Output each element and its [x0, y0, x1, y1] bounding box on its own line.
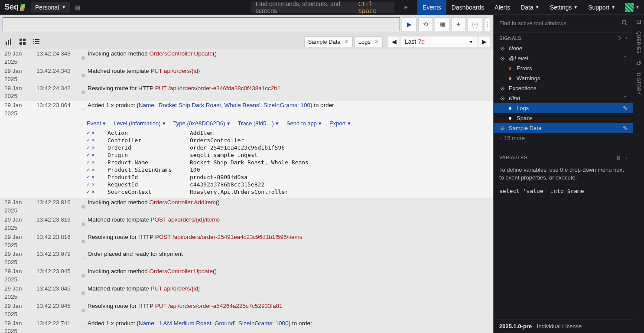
check-icon[interactable]: ✓: [87, 159, 90, 166]
x-icon[interactable]: ✕: [91, 174, 94, 180]
event-menu-item[interactable]: Export▾: [329, 120, 351, 127]
history-tab[interactable]: HISTORY: [636, 73, 641, 95]
check-icon[interactable]: ✓: [87, 174, 90, 180]
refresh-button[interactable]: ⟲: [418, 17, 433, 31]
ai-button[interactable]: ✦: [451, 17, 466, 31]
chevron-right-icon[interactable]: ›: [626, 155, 628, 160]
event-row[interactable]: 29 Jan 202513:42:23.079Order placed and …: [0, 250, 493, 267]
check-icon[interactable]: ✓: [87, 189, 90, 195]
nav-dashboards[interactable]: Dashboards: [446, 0, 490, 15]
nav-alerts[interactable]: Alerts: [489, 0, 515, 15]
more-menu-button[interactable]: ⋮: [484, 17, 490, 31]
x-icon[interactable]: ✕: [91, 144, 94, 151]
nav-support[interactable]: Support▼: [583, 0, 621, 15]
signal-item[interactable]: Spans: [494, 113, 633, 123]
event-row[interactable]: 29 Jan 202513:42:23.045Resolving route f…: [0, 302, 493, 319]
chip-remove-icon[interactable]: ✕: [374, 39, 379, 45]
x-icon[interactable]: ✕: [91, 130, 94, 136]
chevron-right-icon[interactable]: ›: [626, 35, 628, 41]
event-message: Added 1 x product {Name: '1 AM Medium Ro…: [88, 320, 488, 333]
event-date: 29 Jan 2025: [4, 233, 36, 250]
event-row[interactable]: 29 Jan 202513:42:23.864Added 1 x product…: [0, 101, 493, 118]
save-icon[interactable]: ▦: [75, 4, 80, 11]
trash-icon[interactable]: 🗑: [616, 155, 621, 160]
range-selector[interactable]: Last 7d ▼: [400, 36, 478, 47]
check-icon[interactable]: ✓: [87, 137, 90, 144]
signal-item[interactable]: ⊙Sample Data✎: [494, 123, 633, 133]
check-icon[interactable]: ✓: [87, 181, 90, 188]
nav-data[interactable]: Data▼: [515, 0, 544, 15]
bar-chart-icon[interactable]: [3, 36, 15, 48]
signal-item[interactable]: ⊙@Level⌃: [494, 53, 633, 63]
event-menu-item[interactable]: Send to app▾: [286, 120, 322, 127]
history-icon[interactable]: ↺: [636, 60, 641, 67]
event-menu-item[interactable]: Level (Information)▾: [114, 120, 165, 127]
nav-events[interactable]: Events: [417, 0, 446, 15]
event-menu-item[interactable]: Type (0xA8DC62D6)▾: [173, 120, 230, 127]
queries-tab[interactable]: QUERIES: [636, 31, 641, 54]
logo[interactable]: Seq: [4, 3, 25, 12]
nav-settings[interactable]: Settings▼: [545, 0, 583, 15]
command-search-kbd: Ctrl Space: [358, 0, 390, 14]
check-icon[interactable]: ✓: [87, 166, 90, 173]
event-row[interactable]: 29 Jan 202513:42:23.045Invoking action m…: [0, 267, 493, 284]
filter-chip[interactable]: Sample Data✕: [304, 36, 353, 47]
check-icon[interactable]: ✓: [87, 144, 90, 151]
event-time: 13:42:23.864: [36, 101, 79, 118]
edit-icon[interactable]: ✎: [623, 125, 628, 131]
add-signal-icon[interactable]: ⊕: [617, 35, 621, 41]
edit-icon[interactable]: ✎: [623, 105, 628, 111]
x-icon[interactable]: ✕: [91, 181, 94, 188]
event-menu-item[interactable]: Event▾: [87, 120, 106, 127]
event-menu-item[interactable]: Trace (8fd5…)▾: [238, 120, 279, 127]
signal-item[interactable]: Warnings: [494, 73, 633, 83]
list-icon[interactable]: [30, 36, 42, 48]
x-icon[interactable]: ✕: [91, 137, 94, 144]
event-message: Resolving route for HTTP POST /api/order…: [88, 233, 488, 250]
x-icon[interactable]: ✕: [91, 166, 94, 173]
range-next-button[interactable]: ▶: [478, 36, 490, 47]
x-icon[interactable]: ✕: [91, 159, 94, 166]
event-level-dot: [79, 50, 88, 66]
event-row[interactable]: 29 Jan 202513:42:23.816Invoking action m…: [0, 198, 493, 215]
theme-toggle-icon[interactable]: ☀: [403, 4, 409, 11]
signal-item[interactable]: ⊙Exceptions: [494, 83, 633, 93]
chevron-down-icon: ▾: [227, 120, 230, 127]
event-row[interactable]: 29 Jan 202513:42:23.045Matched route tem…: [0, 284, 493, 302]
check-icon[interactable]: ✓: [87, 152, 90, 158]
grid-toggle-button[interactable]: ▦: [435, 17, 449, 31]
event-message: Invoking action method OrdersController.…: [88, 268, 488, 284]
run-button[interactable]: ▶: [402, 17, 416, 31]
signal-item[interactable]: Errors: [494, 63, 633, 73]
signal-item[interactable]: ⊙Kind⌃: [494, 93, 633, 103]
chevron-up-icon[interactable]: ⌃: [623, 95, 628, 101]
x-icon[interactable]: ✕: [91, 152, 94, 158]
side-search[interactable]: Find in active tool windows: [494, 15, 633, 32]
user-menu-chevron-icon[interactable]: ▼: [635, 5, 640, 10]
query-input[interactable]: [3, 17, 400, 31]
workspace-selector[interactable]: Personal ▼: [31, 2, 70, 13]
stream-button[interactable]: (•): [468, 17, 482, 31]
event-row[interactable]: 29 Jan 202513:42:24.342Resolving route f…: [0, 84, 493, 101]
event-row[interactable]: 29 Jan 202513:42:22.741Added 1 x product…: [0, 319, 493, 333]
signal-item[interactable]: ⊙None: [494, 43, 633, 53]
event-row[interactable]: 29 Jan 202513:42:24.343Invoking action m…: [0, 49, 493, 67]
event-time: 13:42:23.816: [36, 216, 79, 232]
signals-more[interactable]: + 15 more: [494, 133, 633, 143]
avatar[interactable]: [625, 3, 634, 12]
chevron-up-icon[interactable]: ⌃: [623, 55, 628, 62]
tiles-icon[interactable]: [16, 36, 29, 48]
command-search[interactable]: Find commands, shortcuts, and screens Ct…: [251, 2, 394, 13]
range-prev-button[interactable]: ◀: [388, 36, 400, 47]
events-list[interactable]: 29 Jan 202513:42:24.343Invoking action m…: [0, 49, 493, 333]
event-row[interactable]: 29 Jan 202513:42:23.816Matched route tem…: [0, 215, 493, 233]
check-icon[interactable]: ✓: [87, 130, 90, 136]
event-row[interactable]: 29 Jan 202513:42:23.816Resolving route f…: [0, 233, 493, 250]
chip-remove-icon[interactable]: ✕: [344, 39, 349, 45]
variables-header: VARIABLES 🗑 ›: [494, 152, 633, 163]
signal-item[interactable]: Logs✎: [494, 103, 633, 113]
x-icon[interactable]: ✕: [91, 189, 94, 195]
collapse-icon[interactable]: ⊟: [636, 18, 641, 25]
event-row[interactable]: 29 Jan 202513:42:24.343Matched route tem…: [0, 67, 493, 84]
filter-chip[interactable]: Logs✕: [355, 36, 383, 47]
